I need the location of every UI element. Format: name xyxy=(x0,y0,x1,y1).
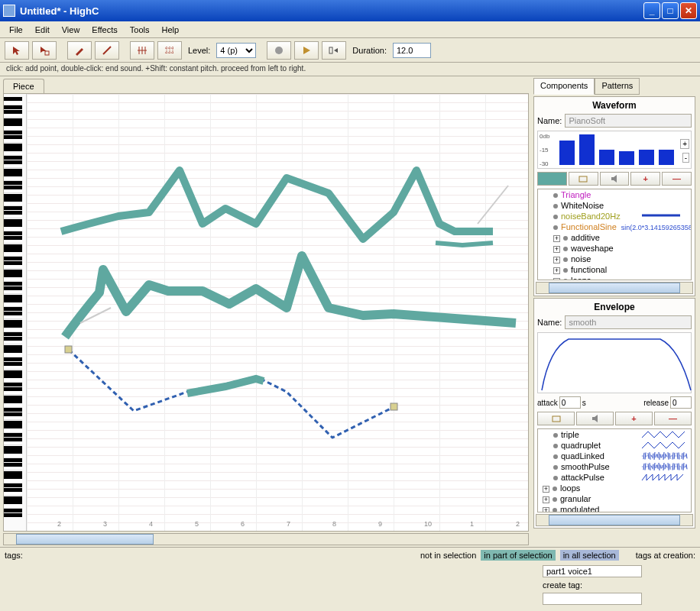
envelope-list-item[interactable]: triple xyxy=(538,429,691,440)
waveform-tree-item[interactable]: +additive xyxy=(538,232,691,243)
env-hscroll-thumb[interactable] xyxy=(549,515,680,525)
piano-key[interactable] xyxy=(4,492,22,496)
piano-key[interactable] xyxy=(4,290,22,294)
piano-key[interactable] xyxy=(4,102,22,105)
piano-key[interactable] xyxy=(4,236,22,240)
piano-key[interactable] xyxy=(4,307,22,311)
piano-key[interactable] xyxy=(4,295,22,299)
piano-key[interactable] xyxy=(4,463,22,467)
record-button[interactable] xyxy=(267,41,291,60)
tab-patterns[interactable]: Patterns xyxy=(595,78,640,95)
horizontal-scrollbar[interactable] xyxy=(3,533,529,545)
duration-input[interactable] xyxy=(393,43,431,58)
env-plus-button[interactable]: + xyxy=(615,412,653,425)
tab-components[interactable]: Components xyxy=(533,78,595,95)
env-hscroll[interactable] xyxy=(536,514,693,526)
piano-key[interactable] xyxy=(4,404,22,408)
play-button[interactable] xyxy=(294,41,319,60)
wf-btn-1[interactable] xyxy=(537,172,567,186)
piano-key[interactable] xyxy=(4,152,22,156)
wf-folder-icon[interactable] xyxy=(569,172,598,186)
envelope-list-item[interactable]: attackPulse xyxy=(538,472,691,483)
piano-key[interactable] xyxy=(4,186,22,189)
piece-tab[interactable]: Piece xyxy=(3,79,44,93)
harmonic-bar[interactable] xyxy=(619,151,634,165)
piano-key[interactable] xyxy=(4,496,22,500)
piano-key[interactable] xyxy=(4,244,22,248)
piano-key[interactable] xyxy=(4,127,22,131)
close-button[interactable]: ✕ xyxy=(680,2,697,19)
piano-key[interactable] xyxy=(4,270,22,273)
envelope-display[interactable] xyxy=(537,332,692,393)
piano-key[interactable] xyxy=(4,399,22,403)
piano-key[interactable] xyxy=(4,475,22,479)
harmonic-display[interactable]: 0db -15 -30 + - xyxy=(537,131,692,169)
piano-key[interactable] xyxy=(4,173,22,176)
wf-hscroll-thumb[interactable] xyxy=(549,283,680,293)
draw-tool[interactable] xyxy=(67,41,92,60)
piano-key[interactable] xyxy=(4,438,22,441)
piano-key[interactable] xyxy=(4,421,22,425)
piano-key[interactable] xyxy=(4,425,22,428)
menu-view[interactable]: View xyxy=(56,24,86,36)
piano-key[interactable] xyxy=(4,471,22,475)
piano-key[interactable] xyxy=(4,206,22,210)
piano-key[interactable] xyxy=(4,211,22,215)
waveform-tree-item[interactable]: -loops xyxy=(538,275,691,280)
tree-expand-icon[interactable]: + xyxy=(553,246,560,253)
envelope-list-item[interactable]: +modulated xyxy=(538,504,691,512)
piano-key[interactable] xyxy=(4,349,22,353)
env-speaker-icon[interactable] xyxy=(576,412,614,425)
piano-key[interactable] xyxy=(4,110,22,114)
piano-key[interactable] xyxy=(4,139,22,143)
handle-end[interactable] xyxy=(391,403,397,410)
piano-key[interactable] xyxy=(4,408,22,412)
piano-key[interactable] xyxy=(4,370,22,374)
piano-key[interactable] xyxy=(4,97,22,101)
envelope-list-item[interactable]: +granular xyxy=(538,493,691,504)
piano-key[interactable] xyxy=(4,278,22,282)
piano-key[interactable] xyxy=(4,160,22,164)
piano-key[interactable] xyxy=(4,223,22,227)
piano-key[interactable] xyxy=(4,341,22,344)
piano-key[interactable] xyxy=(4,483,22,487)
piano-key[interactable] xyxy=(4,131,22,134)
piano-key[interactable] xyxy=(4,383,22,386)
piano-key[interactable] xyxy=(4,429,22,433)
envelope-list-item[interactable]: quadLinked xyxy=(538,451,691,461)
piano-key[interactable] xyxy=(4,467,22,470)
piano-key[interactable] xyxy=(4,315,22,319)
harmonic-bar[interactable] xyxy=(639,150,654,165)
line-tool[interactable] xyxy=(95,41,119,60)
piano-key[interactable] xyxy=(4,374,22,378)
piano-key[interactable] xyxy=(4,387,22,391)
piano-key[interactable] xyxy=(4,441,22,445)
piano-key[interactable] xyxy=(4,303,22,307)
waveform-tree-item[interactable]: +waveshape xyxy=(538,243,691,254)
harm-minus[interactable]: - xyxy=(682,153,689,163)
piano-key[interactable] xyxy=(4,194,22,198)
tags-creation-input[interactable] xyxy=(543,565,642,577)
piano-key[interactable] xyxy=(4,240,22,244)
score-canvas[interactable]: 234567891012 xyxy=(27,94,528,531)
wf-plus-button[interactable]: + xyxy=(630,172,660,186)
wf-minus-button[interactable]: — xyxy=(662,172,692,186)
piano-key[interactable] xyxy=(4,446,22,450)
tree-expand-icon[interactable]: + xyxy=(553,257,560,263)
select-tool[interactable] xyxy=(32,41,57,60)
piano-key[interactable] xyxy=(4,253,22,257)
piano-key[interactable] xyxy=(4,328,22,332)
waveform-tree-item[interactable]: FunctionalSinesin(2.0*3.141592653589*(f*… xyxy=(538,221,691,232)
piano-key[interactable] xyxy=(4,135,22,139)
tree-expand-icon[interactable]: + xyxy=(553,267,560,274)
tree-expand-icon[interactable]: + xyxy=(543,486,549,493)
piano-key[interactable] xyxy=(4,105,22,109)
create-tag-input[interactable] xyxy=(543,593,642,605)
piano-key[interactable] xyxy=(4,509,22,512)
menu-effects[interactable]: Effects xyxy=(86,24,123,36)
piano-key[interactable] xyxy=(4,286,22,290)
piano-key[interactable] xyxy=(4,177,22,181)
piano-key[interactable] xyxy=(4,391,22,395)
piano-key[interactable] xyxy=(4,181,22,185)
loop-button[interactable] xyxy=(322,41,346,60)
